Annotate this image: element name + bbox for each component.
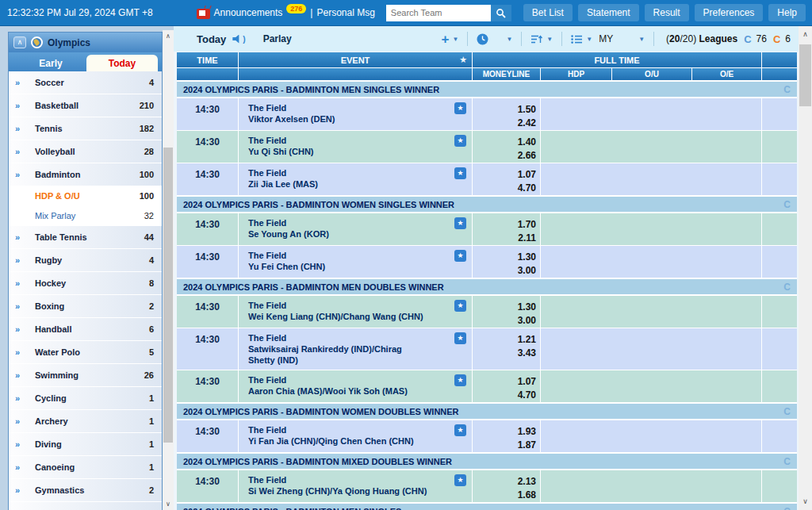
sidebar-item-hockey[interactable]: »Hockey8 [9, 272, 162, 295]
sidebar-item-canoeing[interactable]: »Canoeing1 [9, 456, 162, 479]
tab-today[interactable]: Today [86, 55, 158, 71]
sidebar-item-badminton[interactable]: »Badminton100 [9, 163, 162, 186]
speaker-icon[interactable] [232, 35, 243, 44]
sidebar-item-rugby[interactable]: »Rugby4 [9, 249, 162, 272]
odds-value[interactable]: 3.43 [473, 347, 536, 360]
favorite-star-icon[interactable]: ★ [454, 474, 466, 486]
sidebar-left-gutter [0, 26, 8, 510]
announcements[interactable]: Announcements 276 | Personal Msg [197, 7, 375, 19]
personal-msg-link[interactable]: Personal Msg [316, 7, 374, 18]
league-refresh-icon[interactable]: C [783, 84, 791, 95]
league-refresh-icon[interactable]: C [783, 282, 791, 293]
sidebar-item-olympics[interactable]: »Olympics376 [9, 502, 162, 510]
league-refresh-icon[interactable]: C [783, 506, 791, 510]
event-line: Se Young An (KOR) [248, 228, 451, 240]
chevron-right-icon: » [15, 439, 28, 449]
favorite-star-icon[interactable]: ★ [454, 300, 466, 312]
odds-value[interactable]: 3.00 [473, 264, 536, 278]
refresh-timer-orange[interactable]: C 6 [773, 33, 791, 45]
sidebar-scroll-up-icon[interactable]: ∧ [163, 30, 174, 42]
favorite-star-icon[interactable]: ★ [454, 167, 466, 179]
odds-value[interactable]: 1.07 [473, 168, 536, 182]
sidebar-item-table-tennis[interactable]: »Table Tennis44 [9, 226, 162, 249]
sidebar-item-cycling[interactable]: »Cycling1 [9, 387, 162, 410]
match-row: 14:30The FieldSe Young An (KOR)★1.702.11 [177, 213, 797, 245]
sidebar-item-soccer[interactable]: »Soccer4 [9, 71, 162, 94]
refresh-timer-blue[interactable]: C 76 [744, 33, 767, 45]
favorite-star-icon[interactable]: ★ [454, 332, 466, 344]
odds-value[interactable]: 2.66 [473, 149, 536, 163]
sidebar-item-handball[interactable]: »Handball6 [9, 318, 162, 341]
league-refresh-icon[interactable]: C [783, 406, 791, 417]
match-event: The FieldSatwiksairaj Rankireddy (IND)/C… [239, 328, 472, 370]
odds-format-select[interactable]: MY ▼ [599, 33, 645, 44]
favorite-star-icon[interactable]: ★ [454, 135, 466, 147]
league-refresh-icon[interactable]: C [783, 456, 791, 467]
favorite-star-icon[interactable]: ★ [454, 102, 466, 114]
odds-value[interactable]: 1.70 [473, 218, 536, 232]
main-scrollbar[interactable]: ∧ ∨ [799, 26, 812, 510]
sidebar-item-label: Rugby [28, 255, 149, 265]
odds-value[interactable]: 1.50 [473, 103, 536, 117]
odds-value[interactable]: 2.11 [473, 232, 536, 245]
sidebar-item-water-polo[interactable]: »Water Polo5 [9, 341, 162, 364]
favorite-star-icon[interactable]: ★ [454, 424, 466, 436]
preferences-button[interactable]: Preferences [695, 4, 764, 21]
main-scroll-down-icon[interactable]: ∨ [799, 495, 812, 508]
odds-value[interactable]: 3.00 [473, 314, 536, 328]
sidebar-scroll-thumb[interactable] [163, 148, 173, 443]
odds-value[interactable]: 1.68 [473, 489, 536, 502]
announcements-label[interactable]: Announcements [214, 7, 283, 18]
sidebar-item-archery[interactable]: »Archery1 [9, 410, 162, 433]
odds-value[interactable]: 1.93 [473, 425, 536, 439]
favorite-star-icon[interactable]: ★ [454, 217, 466, 229]
tab-early[interactable]: Early [15, 55, 86, 71]
odds-value[interactable]: 1.07 [473, 375, 536, 389]
sort-dropdown[interactable]: ▼ [530, 34, 553, 44]
favorite-star-icon[interactable]: ★ [454, 250, 466, 262]
search-button[interactable] [491, 5, 511, 21]
display-mode-dropdown[interactable]: ▼ [571, 35, 592, 44]
odds-value[interactable]: 1.30 [473, 251, 536, 264]
sidebar-item-gymnastics[interactable]: »Gymnastics2 [9, 479, 162, 502]
favorite-all-icon[interactable]: ★ [459, 55, 467, 65]
refresh-icon: C [744, 33, 751, 45]
collapse-sidebar-button[interactable]: ∧ [13, 36, 26, 48]
sidebar-item-diving[interactable]: »Diving1 [9, 433, 162, 456]
sidebar-item-tennis[interactable]: »Tennis182 [9, 117, 162, 140]
add-market-dropdown[interactable]: + ▼ [442, 33, 459, 46]
sidebar-item-boxing[interactable]: »Boxing2 [9, 295, 162, 318]
time-filter-dropdown[interactable]: ▼ [477, 33, 512, 45]
statement-button[interactable]: Statement [578, 4, 639, 21]
odds-value[interactable]: 1.30 [473, 301, 536, 314]
sidebar-item-count: 4 [149, 255, 154, 265]
sidebar-scrollbar[interactable]: ∧ ∨ [163, 30, 174, 510]
league-refresh-icon[interactable]: C [783, 199, 791, 210]
odds-value[interactable]: 4.70 [473, 389, 536, 402]
odds-value[interactable]: 2.42 [473, 117, 536, 130]
odds-value[interactable]: 1.87 [473, 439, 536, 452]
parlay-tab[interactable]: Parlay [263, 33, 292, 44]
bet-list-button[interactable]: Bet List [523, 4, 573, 21]
odds-value[interactable]: 1.40 [473, 136, 536, 149]
main-scroll-up-icon[interactable]: ∧ [799, 28, 812, 41]
olympics-icon [31, 36, 43, 48]
sidebar-item-hdp-o-u[interactable]: HDP & O/U100 [9, 186, 162, 206]
favorite-star-icon[interactable]: ★ [454, 374, 466, 386]
match-row: 14:30The FieldSi Wei Zheng (CHN)/Ya Qion… [177, 470, 797, 502]
sidebar-item-label: Diving [28, 439, 149, 449]
sidebar-item-volleyball[interactable]: »Volleyball28 [9, 140, 162, 163]
search-input[interactable] [386, 5, 491, 21]
sidebar-item-mix-parlay[interactable]: Mix Parlay32 [9, 206, 162, 226]
help-button[interactable]: Help [768, 4, 806, 21]
odds-value[interactable]: 4.70 [473, 182, 536, 195]
leagues-counter: (20/20) Leagues [666, 33, 737, 44]
sidebar-item-basketball[interactable]: »Basketball210 [9, 94, 162, 117]
match-event: The FieldYi Fan Jia (CHN)/Qing Chen Chen… [239, 420, 472, 452]
result-button[interactable]: Result [645, 4, 689, 21]
odds-value[interactable]: 2.13 [473, 475, 536, 489]
sidebar-scroll-down-icon[interactable]: ∨ [163, 498, 174, 510]
odds-value[interactable]: 1.21 [473, 333, 536, 347]
sidebar-item-swimming[interactable]: »Swimming26 [9, 364, 162, 387]
main-scroll-thumb[interactable] [799, 44, 811, 106]
